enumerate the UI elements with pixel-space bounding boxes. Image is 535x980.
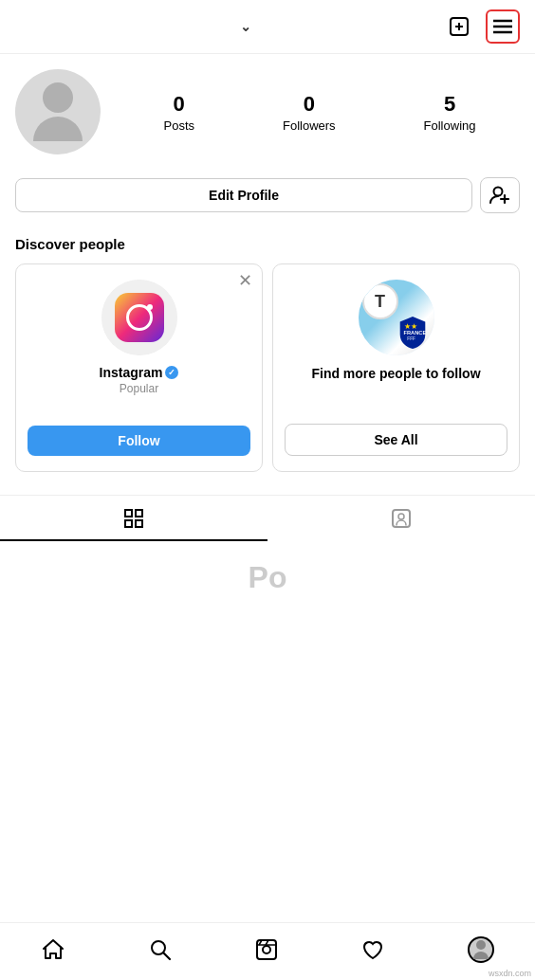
instagram-name: Instagram ✓ <box>100 365 179 380</box>
add-person-button[interactable] <box>480 177 520 213</box>
instagram-card: ✕ Instagram ✓ Popular Follow <box>15 263 263 472</box>
stats-row: 0 Posts 0 Followers 5 Following <box>120 92 520 133</box>
verified-badge: ✓ <box>165 366 178 379</box>
avatar-person-shape <box>33 82 83 141</box>
tabs-row <box>0 495 535 541</box>
watermark: wsxdn.com <box>489 969 531 978</box>
avatar-body <box>33 117 83 141</box>
svg-point-17 <box>398 514 404 519</box>
plus-square-icon <box>448 15 470 38</box>
top-bar-actions <box>442 9 520 44</box>
grid-tab[interactable] <box>0 496 268 541</box>
svg-line-19 <box>163 953 170 960</box>
svg-rect-13 <box>136 510 142 517</box>
tagged-icon <box>390 507 413 530</box>
find-more-text: Find more people to follow <box>311 365 480 384</box>
hamburger-icon <box>493 19 512 34</box>
discover-cards: ✕ Instagram ✓ Popular Follow <box>15 263 520 472</box>
bottom-nav <box>0 922 535 980</box>
add-post-button[interactable] <box>442 9 476 44</box>
search-icon <box>148 937 173 962</box>
followers-stat[interactable]: 0 Followers <box>283 92 336 133</box>
content-hint-text: Po <box>249 560 287 594</box>
scroll-area: 0 Posts 0 Followers 5 Following Edit Pro… <box>0 54 535 671</box>
posts-count: 0 <box>174 92 185 117</box>
svg-rect-12 <box>125 510 132 517</box>
followers-count: 0 <box>304 92 315 117</box>
tagged-tab[interactable] <box>268 496 535 541</box>
edit-section: Edit Profile <box>0 166 535 228</box>
reels-nav-item[interactable] <box>241 934 292 966</box>
instagram-sub: Popular <box>120 382 158 395</box>
home-nav-item[interactable] <box>28 934 79 966</box>
posts-label: Posts <box>163 118 194 133</box>
content-hint: Po <box>0 541 535 603</box>
avatar <box>15 69 101 154</box>
profile-body <box>473 952 489 959</box>
svg-point-6 <box>494 188 503 196</box>
avatar-head <box>43 82 73 113</box>
svg-rect-15 <box>136 520 142 527</box>
svg-point-21 <box>263 946 270 953</box>
profile-section: 0 Posts 0 Followers 5 Following <box>0 54 535 162</box>
top-bar: ⌄ <box>0 0 535 54</box>
menu-button[interactable] <box>486 9 520 44</box>
profile-nav-item[interactable] <box>454 933 507 967</box>
heart-nav-item[interactable] <box>347 934 398 966</box>
svg-rect-16 <box>393 510 410 527</box>
france-avatar: T FRANCE FFF ★★ <box>359 280 434 355</box>
close-instagram-card-button[interactable]: ✕ <box>238 272 252 289</box>
svg-rect-14 <box>125 520 132 527</box>
posts-stat[interactable]: 0 Posts <box>163 92 194 133</box>
chevron-down-icon: ⌄ <box>240 19 251 34</box>
followers-label: Followers <box>283 118 336 133</box>
find-more-card: T FRANCE FFF ★★ Find more people to foll… <box>272 263 520 472</box>
t-avatar: T <box>362 283 398 319</box>
following-count: 5 <box>444 92 455 117</box>
home-icon <box>41 937 65 962</box>
discover-section: Discover people ✕ Instagram ✓ Popular Fo… <box>0 228 535 487</box>
reels-icon <box>254 937 279 962</box>
svg-text:FFF: FFF <box>407 336 415 341</box>
grid-icon <box>122 507 145 530</box>
follow-instagram-button[interactable]: Follow <box>28 426 250 456</box>
see-all-button[interactable]: See All <box>285 424 507 456</box>
france-shield-icon: FRANCE FFF ★★ <box>396 315 430 351</box>
discover-title: Discover people <box>15 236 520 252</box>
add-person-icon <box>489 186 510 205</box>
following-stat[interactable]: 5 Following <box>424 92 476 133</box>
instagram-avatar <box>101 280 177 355</box>
profile-avatar-nav <box>468 936 494 963</box>
heart-icon <box>360 937 385 962</box>
profile-person-shape <box>473 940 489 959</box>
search-nav-item[interactable] <box>135 934 186 966</box>
username-dropdown[interactable]: ⌄ <box>240 19 251 34</box>
following-label: Following <box>424 118 476 133</box>
profile-head <box>476 940 486 950</box>
instagram-logo <box>115 293 164 342</box>
svg-text:★★: ★★ <box>404 322 417 331</box>
edit-profile-button[interactable]: Edit Profile <box>15 178 472 212</box>
